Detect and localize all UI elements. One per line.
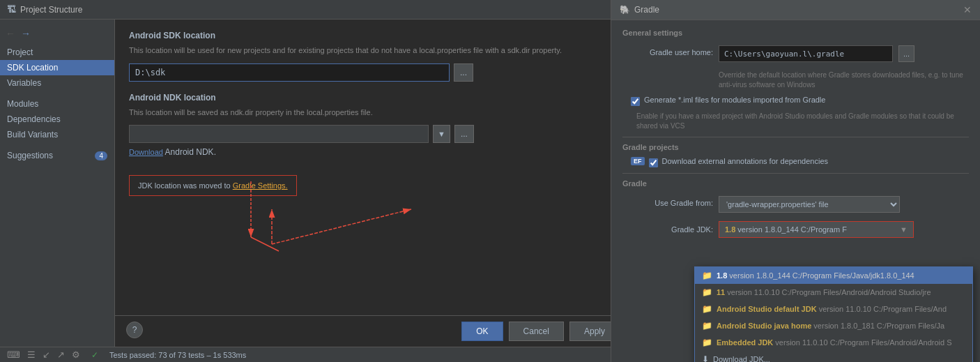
jdk-option-5[interactable]: 📁 Embedded JDK version 11.0.10 C:/Progra… [695, 334, 972, 351]
android-sdk-browse-btn[interactable]: ... [454, 63, 473, 82]
sidebar-item-project-label: Project [7, 47, 33, 57]
sidebar-item-build-variants[interactable]: Build Variants [0, 127, 114, 142]
jdk-info-box: JDK location was moved to Gradle Setting… [129, 175, 297, 196]
gradle-user-home-desc: Override the default location where Grad… [719, 70, 969, 90]
sidebar: ← → Project SDK Location Variables Modul… [0, 20, 115, 347]
gradle-settings-link[interactable]: Gradle Settings. [233, 181, 288, 190]
sidebar-item-sdk-label: SDK Location [7, 63, 58, 73]
status-icons: ⌨ ☰ ↙ ↗ ⚙ [7, 349, 80, 360]
sidebar-item-suggestions[interactable]: Suggestions 4 [0, 148, 114, 163]
generate-iml-checkbox[interactable] [631, 97, 640, 106]
gradle-jdk-label: Gradle JDK: [622, 225, 713, 234]
ndk-download-suffix: Android NDK. [165, 147, 216, 157]
ndk-select-btn[interactable]: ▼ [433, 125, 450, 143]
cancel-button[interactable]: Cancel [509, 322, 564, 341]
sidebar-item-sdk-location[interactable]: SDK Location [0, 60, 114, 75]
gradle-projects-title: Gradle projects [622, 143, 969, 151]
bottom-bar: ? OK Cancel Apply [115, 315, 631, 347]
generate-iml-desc: Enable if you have a mixed project with … [636, 112, 969, 131]
jdk-option-1[interactable]: 📁 1.8 version 1.8.0_144 C:/Program Files… [695, 267, 972, 284]
sidebar-item-modules-label: Modules [7, 99, 38, 109]
folder-icon-3: 📁 [702, 304, 712, 314]
generate-iml-label: Generate *.iml files for modules importe… [644, 96, 825, 104]
jdk-option-3-text: Android Studio default JDK version 11.0.… [717, 305, 947, 313]
forward-arrow[interactable]: → [21, 28, 31, 39]
sidebar-item-modules[interactable]: Modules [0, 96, 114, 112]
sidebar-divider-2 [0, 142, 114, 148]
ef-badge: EF [631, 157, 645, 165]
gradle-user-home-row: Gradle user home: ... [622, 45, 969, 62]
download-annotations-row: EF Download external annotations for dep… [631, 157, 969, 167]
jdk-option-1-text: 1.8 version 1.8.0_144 C:/Program Files/J… [717, 271, 914, 280]
suggestions-badge: 4 [95, 151, 107, 160]
status-icon-out[interactable]: ↙ [43, 349, 50, 360]
jdk-option-3[interactable]: 📁 Android Studio default JDK version 11.… [695, 301, 972, 317]
folder-icon-5: 📁 [702, 338, 712, 347]
gradle-inner-title: Gradle [622, 179, 969, 188]
title-bar-title: Project Structure [20, 5, 82, 15]
gradle-content: General settings Gradle user home: ... O… [611, 20, 980, 362]
jdk-dropdown-arrow: ▼ [900, 225, 908, 234]
gradle-dialog: 🐘 Gradle ✕ General settings Gradle user … [611, 0, 980, 362]
sidebar-item-build-variants-label: Build Variants [7, 130, 58, 139]
android-ndk-path-input[interactable] [129, 125, 429, 143]
download-icon: ⬇ [702, 354, 709, 362]
jdk-download-option[interactable]: ⬇ Download JDK... [695, 351, 972, 362]
jdk-info-text: JDK location was moved to [138, 181, 233, 190]
jdk-option-4-text: Android Studio java home version 1.8.0_1… [717, 322, 944, 330]
help-circle[interactable]: ? [126, 322, 143, 338]
use-gradle-from-label: Use Gradle from: [622, 196, 713, 207]
gradle-jdk-value: 1.8 version 1.8.0_144 C:/Program F [725, 225, 847, 234]
status-icon-terminal[interactable]: ⌨ [7, 349, 20, 360]
status-icon-gear[interactable]: ⚙ [72, 349, 80, 360]
download-annotations-checkbox[interactable] [649, 158, 658, 167]
sidebar-item-variables[interactable]: Variables [0, 75, 114, 91]
sidebar-item-suggestions-label: Suggestions [7, 151, 53, 160]
svg-line-2 [251, 237, 279, 251]
sidebar-item-dependencies[interactable]: Dependencies [0, 112, 114, 127]
gradle-user-home-label: Gradle user home: [622, 45, 713, 56]
status-icon-list[interactable]: ☰ [27, 349, 36, 360]
generate-iml-row: Generate *.iml files for modules importe… [631, 96, 969, 106]
gradle-section-divider [622, 173, 969, 174]
gradle-general-settings-title: General settings [622, 29, 969, 37]
use-gradle-from-select[interactable]: 'gradle-wrapper.properties' file [719, 196, 900, 213]
sidebar-item-project[interactable]: Project [0, 45, 114, 60]
gradle-jdk-select[interactable]: 1.8 version 1.8.0_144 C:/Program F ▼ [719, 221, 914, 238]
jdk-option-2[interactable]: 📁 11 version 11.0.10 C:/Program Files/An… [695, 284, 972, 301]
status-icon-in[interactable]: ↗ [57, 349, 65, 360]
sidebar-item-dependencies-label: Dependencies [7, 114, 61, 124]
green-check-icon: ✓ [91, 350, 98, 360]
back-arrow[interactable]: ← [6, 28, 15, 39]
sidebar-divider [0, 91, 114, 96]
gradle-dialog-title-bar: 🐘 Gradle ✕ [611, 0, 980, 20]
gradle-user-home-browse[interactable]: ... [898, 45, 914, 62]
gradle-jdk-row: Gradle JDK: 1.8 version 1.8.0_144 C:/Pro… [622, 221, 969, 238]
jdk-download-text: Download JDK... [713, 355, 770, 362]
gradle-divider [622, 137, 969, 137]
use-gradle-from-row: Use Gradle from: 'gradle-wrapper.propert… [622, 196, 969, 213]
ok-button[interactable]: OK [461, 322, 503, 341]
jdk-option-4[interactable]: 📁 Android Studio java home version 1.8.0… [695, 317, 972, 334]
folder-icon-2: 📁 [702, 287, 712, 297]
status-text: Tests passed: 73 of 73 tests – 1s 533ms [109, 351, 246, 359]
folder-icon-1: 📁 [702, 271, 712, 280]
nav-arrows: ← → [0, 25, 114, 42]
folder-icon-4: 📁 [702, 321, 712, 331]
jdk-dropdown: 📁 1.8 version 1.8.0_144 C:/Program Files… [694, 266, 973, 362]
download-annotations-label: Download external annotations for depend… [662, 157, 829, 165]
gradle-user-home-input[interactable] [719, 45, 893, 62]
android-sdk-path-input[interactable] [129, 63, 450, 82]
gradle-title-icon: 🐘 [620, 5, 630, 15]
gradle-dialog-title: Gradle [634, 5, 659, 15]
jdk-option-5-text: Embedded JDK version 11.0.10 C:/Program … [717, 338, 951, 347]
jdk-option-2-text: 11 version 11.0.10 C:/Program Files/Andr… [717, 288, 931, 296]
title-bar-icon: 🏗 [7, 4, 16, 15]
gradle-close-btn[interactable]: ✕ [963, 4, 972, 15]
android-ndk-browse-btn[interactable]: ... [454, 125, 474, 143]
sidebar-item-variables-label: Variables [7, 78, 41, 88]
ndk-download-link[interactable]: Download [129, 148, 163, 156]
